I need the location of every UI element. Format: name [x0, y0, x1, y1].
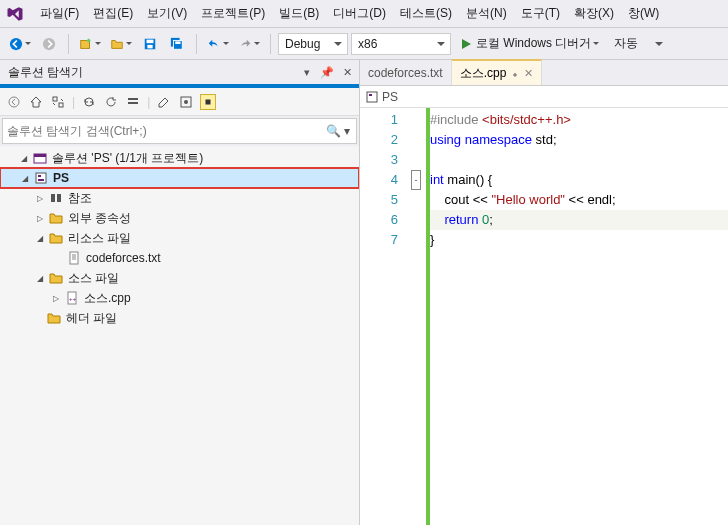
menu-debug[interactable]: 디버그(D) [327, 1, 392, 26]
panel-title: 솔루션 탐색기 [8, 64, 83, 81]
svg-rect-21 [38, 179, 44, 181]
chevron-down-icon [593, 42, 599, 48]
tree-external-deps[interactable]: 외부 종속성 [0, 208, 359, 228]
expand-toggle[interactable] [50, 292, 62, 304]
code-line[interactable]: int main() { [430, 170, 728, 190]
open-button[interactable] [107, 32, 135, 56]
fold-toggle[interactable]: - [411, 170, 421, 190]
tree-project[interactable]: PS [0, 168, 359, 188]
line-number: 2 [360, 130, 398, 150]
tree-source-files[interactable]: 소스 파일 [0, 268, 359, 288]
tree-solution[interactable]: 솔루션 'PS' (1/1개 프로젝트) [0, 148, 359, 168]
code-line[interactable]: } [430, 230, 728, 250]
tree-label: 소스 파일 [68, 270, 119, 287]
tree-file-source-cpp[interactable]: ++ 소스.cpp [0, 288, 359, 308]
close-icon[interactable]: ✕ [524, 67, 533, 80]
properties-icon[interactable] [156, 94, 172, 110]
nav-back-button[interactable] [6, 32, 34, 56]
line-number: 6 [360, 210, 398, 230]
panel-toolbar: | | [0, 88, 359, 116]
save-button[interactable] [138, 32, 162, 56]
back-icon[interactable] [6, 94, 22, 110]
new-project-button[interactable] [76, 32, 104, 56]
menu-edit[interactable]: 편집(E) [87, 1, 139, 26]
expand-toggle[interactable] [18, 152, 30, 164]
chevron-down-icon [95, 42, 101, 48]
line-number: 5 [360, 190, 398, 210]
code-editor[interactable]: 1234567 - #include <bits/stdc++.h>using … [360, 108, 728, 525]
refresh-icon[interactable] [103, 94, 119, 110]
run-mode-dropdown[interactable]: 자동 [608, 33, 668, 55]
chevron-down-icon [25, 42, 31, 48]
svg-rect-27 [367, 92, 377, 102]
menu-bar: 파일(F) 편집(E) 보기(V) 프로젝트(P) 빌드(B) 디버그(D) 테… [0, 0, 728, 28]
platform-dropdown[interactable]: x86 [351, 33, 451, 55]
preview-icon[interactable] [200, 94, 216, 110]
tree-resource-files[interactable]: 리소스 파일 [0, 228, 359, 248]
code-line[interactable] [430, 150, 728, 170]
menu-window[interactable]: 창(W) [622, 1, 665, 26]
save-all-button[interactable] [165, 32, 189, 56]
menu-file[interactable]: 파일(F) [34, 1, 85, 26]
show-all-icon[interactable] [178, 94, 194, 110]
sync-icon[interactable] [81, 94, 97, 110]
home-icon[interactable] [28, 94, 44, 110]
text-file-icon [66, 250, 82, 266]
svg-point-9 [9, 97, 19, 107]
fold-cell [406, 130, 426, 150]
redo-button[interactable] [235, 32, 263, 56]
separator [68, 34, 69, 54]
panel-search[interactable]: 🔍 ▾ [2, 118, 357, 144]
switch-views-icon[interactable] [50, 94, 66, 110]
folder-icon [46, 310, 62, 326]
search-input[interactable] [7, 124, 352, 138]
config-dropdown[interactable]: Debug [278, 33, 348, 55]
nav-forward-button[interactable] [37, 32, 61, 56]
code-line[interactable]: cout << "Hello world" << endl; [430, 190, 728, 210]
solution-explorer-panel: 솔루션 탐색기 ▾ 📌 ✕ | | 🔍 ▾ [0, 60, 360, 525]
svg-rect-10 [53, 97, 57, 101]
fold-cell: - [406, 170, 426, 190]
collapse-icon[interactable] [125, 94, 141, 110]
tree-label: 소스.cpp [84, 290, 131, 307]
expand-toggle[interactable] [34, 232, 46, 244]
expand-toggle[interactable] [34, 192, 46, 204]
run-debug-button[interactable]: 로컬 Windows 디버거 [454, 32, 605, 56]
menu-view[interactable]: 보기(V) [141, 1, 193, 26]
code-lines[interactable]: #include <bits/stdc++.h>using namespace … [430, 108, 728, 525]
expand-toggle[interactable] [19, 172, 31, 184]
line-number: 4 [360, 170, 398, 190]
platform-value: x86 [358, 37, 377, 51]
menu-extensions[interactable]: 확장(X) [568, 1, 620, 26]
tab-label: codeforces.txt [368, 66, 443, 80]
menu-tools[interactable]: 도구(T) [515, 1, 566, 26]
tree-references[interactable]: 참조 [0, 188, 359, 208]
tab-source-cpp[interactable]: 소스.cpp ⬥ ✕ [452, 59, 543, 85]
svg-point-0 [10, 37, 22, 49]
code-line[interactable]: using namespace std; [430, 130, 728, 150]
tree-file-codeforces[interactable]: codeforces.txt [0, 248, 359, 268]
tree-label: codeforces.txt [86, 251, 161, 265]
tree-label: 리소스 파일 [68, 230, 131, 247]
expand-toggle[interactable] [34, 272, 46, 284]
panel-dropdown-button[interactable]: ▾ [299, 64, 315, 80]
tab-codeforces[interactable]: codeforces.txt [360, 60, 452, 85]
panel-close-button[interactable]: ✕ [339, 64, 355, 80]
nav-scope[interactable]: PS [382, 90, 398, 104]
tree-label: 외부 종속성 [68, 210, 131, 227]
code-line[interactable]: return 0; [430, 210, 728, 230]
separator [270, 34, 271, 54]
panel-pin-button[interactable]: 📌 [319, 64, 335, 80]
undo-button[interactable] [204, 32, 232, 56]
tree-header-files[interactable]: 헤더 파일 [0, 308, 359, 328]
panel-header: 솔루션 탐색기 ▾ 📌 ✕ [0, 60, 359, 84]
menu-analyze[interactable]: 분석(N) [460, 1, 513, 26]
code-line[interactable]: #include <bits/stdc++.h> [430, 110, 728, 130]
expand-toggle[interactable] [34, 212, 46, 224]
pin-icon[interactable]: ⬥ [512, 68, 518, 79]
menu-build[interactable]: 빌드(B) [273, 1, 325, 26]
menu-project[interactable]: 프로젝트(P) [195, 1, 271, 26]
menu-test[interactable]: 테스트(S) [394, 1, 458, 26]
fold-cell [406, 230, 426, 250]
svg-rect-4 [147, 39, 154, 43]
